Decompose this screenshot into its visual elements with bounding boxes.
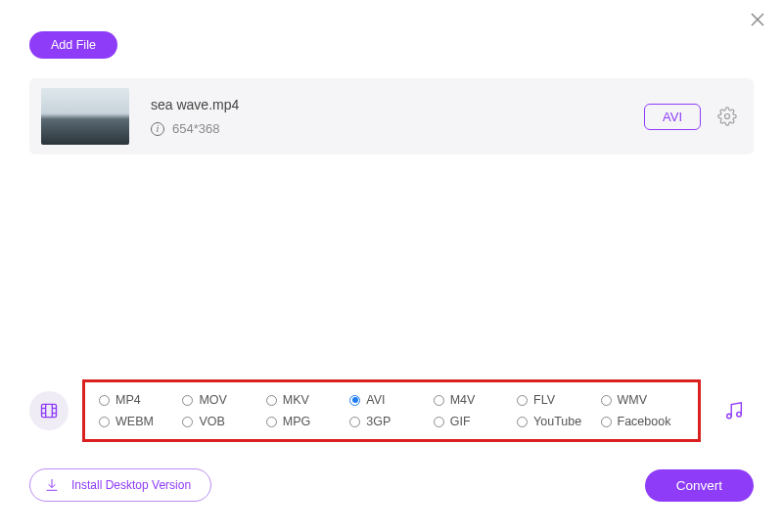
format-option-mpg[interactable]: MPG — [266, 415, 349, 428]
radio-icon — [517, 395, 528, 406]
format-option-mp4[interactable]: MP4 — [99, 393, 182, 407]
format-option-label: WMV — [618, 393, 648, 407]
format-option-vob[interactable]: VOB — [182, 415, 265, 428]
svg-point-11 — [737, 412, 742, 417]
svg-point-2 — [725, 114, 730, 119]
format-option-label: MKV — [283, 393, 309, 407]
format-option-label: GIF — [450, 415, 471, 428]
radio-icon — [182, 417, 193, 427]
format-option-label: M4V — [450, 393, 476, 407]
format-option-gif[interactable]: GIF — [434, 415, 517, 428]
radio-icon — [517, 417, 528, 427]
convert-button[interactable]: Convert — [645, 469, 754, 502]
music-icon — [723, 400, 745, 421]
video-category-button[interactable] — [29, 391, 69, 430]
format-option-3gp[interactable]: 3GP — [349, 415, 433, 428]
format-option-avi[interactable]: AVI — [349, 393, 433, 407]
format-bar: MP4MOVMKVAVIM4VFLVWMV WEBMVOBMPG3GPGIFYo… — [29, 379, 754, 442]
format-option-flv[interactable]: FLV — [517, 393, 600, 407]
format-option-facebook[interactable]: Facebook — [601, 415, 684, 428]
radio-icon — [266, 417, 277, 427]
close-button[interactable] — [748, 10, 767, 29]
format-option-label: AVI — [366, 393, 385, 407]
format-option-label: 3GP — [366, 415, 391, 428]
radio-icon — [601, 395, 612, 406]
radio-icon — [434, 417, 444, 427]
radio-icon — [266, 395, 277, 406]
info-icon[interactable]: i — [151, 122, 164, 136]
format-option-mkv[interactable]: MKV — [266, 393, 349, 407]
download-icon — [44, 477, 60, 493]
radio-icon — [349, 417, 360, 427]
svg-rect-3 — [42, 404, 57, 417]
radio-icon — [182, 395, 193, 406]
format-option-label: MOV — [199, 393, 226, 407]
svg-point-10 — [727, 414, 732, 419]
radio-icon — [434, 395, 444, 406]
settings-button[interactable] — [716, 106, 738, 127]
format-option-label: FLV — [533, 393, 555, 407]
format-option-label: Facebook — [618, 415, 671, 428]
target-format-button[interactable]: AVI — [644, 104, 701, 130]
footer: Install Desktop Version Convert — [29, 467, 754, 503]
file-info: sea wave.mp4 i 654*368 — [151, 97, 644, 136]
radio-icon — [99, 395, 110, 406]
format-option-label: VOB — [199, 415, 224, 428]
format-option-webm[interactable]: WEBM — [99, 415, 182, 428]
gear-icon — [717, 107, 737, 126]
format-option-youtube[interactable]: YouTube — [517, 415, 600, 428]
install-desktop-button[interactable]: Install Desktop Version — [29, 468, 211, 502]
install-desktop-label: Install Desktop Version — [71, 478, 191, 492]
audio-category-button[interactable] — [714, 391, 754, 430]
file-dimensions: 654*368 — [172, 121, 219, 136]
film-icon — [39, 401, 59, 421]
format-option-wmv[interactable]: WMV — [601, 393, 684, 407]
file-name: sea wave.mp4 — [151, 97, 644, 112]
radio-icon — [601, 417, 612, 427]
format-option-m4v[interactable]: M4V — [434, 393, 517, 407]
format-option-mov[interactable]: MOV — [182, 393, 265, 407]
close-icon — [750, 12, 765, 27]
format-option-label: YouTube — [533, 415, 581, 428]
file-item: sea wave.mp4 i 654*368 AVI — [29, 78, 754, 155]
format-option-label: MPG — [283, 415, 310, 428]
radio-icon — [349, 395, 360, 406]
format-option-label: WEBM — [115, 415, 154, 428]
file-thumbnail — [41, 88, 129, 145]
radio-icon — [99, 417, 110, 427]
add-file-button[interactable]: Add File — [29, 31, 117, 59]
format-options-panel: MP4MOVMKVAVIM4VFLVWMV WEBMVOBMPG3GPGIFYo… — [82, 379, 701, 442]
format-option-label: MP4 — [115, 393, 141, 407]
